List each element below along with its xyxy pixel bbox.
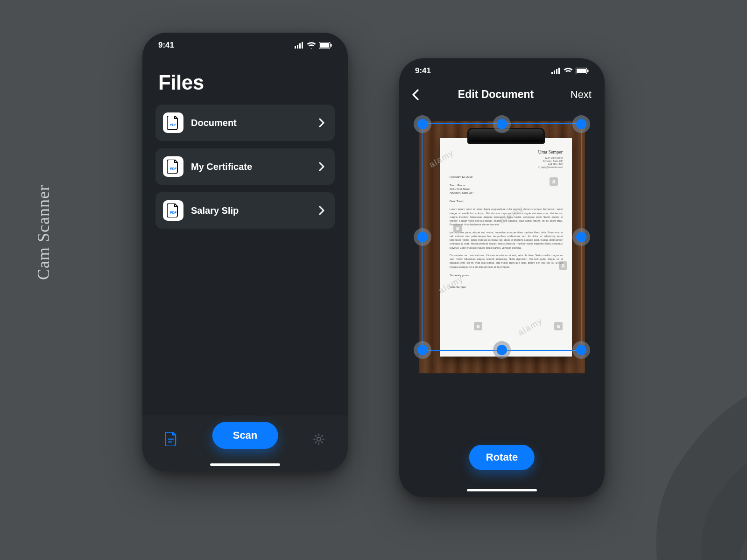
battery-icon — [576, 68, 589, 74]
crop-handle-br[interactable] — [576, 345, 586, 355]
letter-content: Uma Semper 1234 Main Street Anytown, Sta… — [450, 148, 563, 347]
nav-settings-icon[interactable] — [312, 433, 325, 446]
svg-rect-1 — [297, 45, 298, 49]
phone-files-screen: 9:41 Files PDF Document PDF M — [142, 33, 348, 471]
pdf-file-icon: PDF — [163, 200, 183, 221]
file-item-certificate[interactable]: PDF My Certificate — [155, 148, 335, 185]
file-item-salaryslip[interactable]: PDF Salary Slip — [155, 192, 335, 229]
svg-rect-19 — [587, 70, 589, 72]
scan-button[interactable]: Scan — [212, 422, 278, 449]
svg-rect-0 — [295, 46, 296, 49]
chevron-right-icon — [319, 162, 324, 171]
wifi-icon — [564, 68, 573, 74]
status-icons — [551, 68, 589, 74]
edit-header: Edit Document Next — [399, 84, 605, 108]
crop-handle-mr[interactable] — [576, 232, 586, 242]
next-button[interactable]: Next — [564, 89, 592, 101]
crop-handle-tl[interactable] — [417, 119, 428, 129]
battery-icon — [319, 42, 332, 49]
svg-text:PDF: PDF — [170, 167, 177, 170]
svg-rect-16 — [558, 68, 560, 74]
pdf-file-icon: PDF — [163, 112, 183, 133]
home-indicator[interactable] — [210, 463, 280, 466]
signal-icon — [551, 68, 561, 74]
status-icons — [295, 42, 332, 49]
crop-handle-bl[interactable] — [417, 345, 428, 355]
chevron-right-icon — [319, 206, 324, 215]
svg-text:PDF: PDF — [170, 211, 177, 214]
phone-edit-screen: 9:41 Edit Document Next Uma Semper 1234 … — [399, 58, 605, 497]
svg-point-12 — [317, 437, 321, 441]
letter-name: Uma Semper — [450, 148, 563, 155]
signal-icon — [295, 42, 304, 49]
home-indicator[interactable] — [467, 489, 537, 491]
file-label: My Certificate — [191, 161, 311, 172]
document-crop-area[interactable]: Uma Semper 1234 Main Street Anytown, Sta… — [419, 121, 585, 373]
crop-handle-tr[interactable] — [576, 119, 586, 129]
edit-title: Edit Document — [458, 88, 534, 101]
pdf-file-icon: PDF — [163, 156, 183, 177]
svg-rect-2 — [299, 43, 301, 49]
svg-rect-14 — [554, 70, 555, 74]
status-bar: 9:41 — [142, 33, 348, 58]
nav-files-icon[interactable] — [165, 433, 178, 446]
file-label: Salary Slip — [191, 205, 311, 216]
svg-rect-5 — [320, 43, 329, 48]
file-item-document[interactable]: PDF Document — [155, 105, 335, 141]
page-title: Files — [158, 71, 332, 94]
wifi-icon — [307, 42, 316, 49]
chevron-right-icon — [319, 118, 324, 127]
svg-rect-18 — [577, 69, 586, 73]
svg-rect-6 — [331, 44, 332, 47]
status-bar: 9:41 — [399, 58, 605, 84]
svg-rect-15 — [556, 69, 557, 74]
svg-rect-3 — [302, 42, 303, 49]
crop-handle-tc[interactable] — [497, 119, 507, 129]
svg-text:PDF: PDF — [170, 123, 177, 126]
status-time: 9:41 — [158, 41, 174, 50]
file-list: PDF Document PDF My Certificate PDF Sala… — [142, 105, 348, 229]
file-label: Document — [191, 118, 311, 128]
scanned-document: Uma Semper 1234 Main Street Anytown, Sta… — [440, 138, 572, 357]
back-button[interactable] — [412, 89, 428, 100]
status-time: 9:41 — [415, 66, 431, 76]
crop-handle-bc[interactable] — [497, 345, 507, 355]
svg-rect-13 — [551, 72, 553, 74]
crop-handle-ml[interactable] — [417, 232, 428, 242]
rotate-button[interactable]: Rotate — [469, 445, 535, 470]
chevron-left-icon — [412, 89, 419, 100]
